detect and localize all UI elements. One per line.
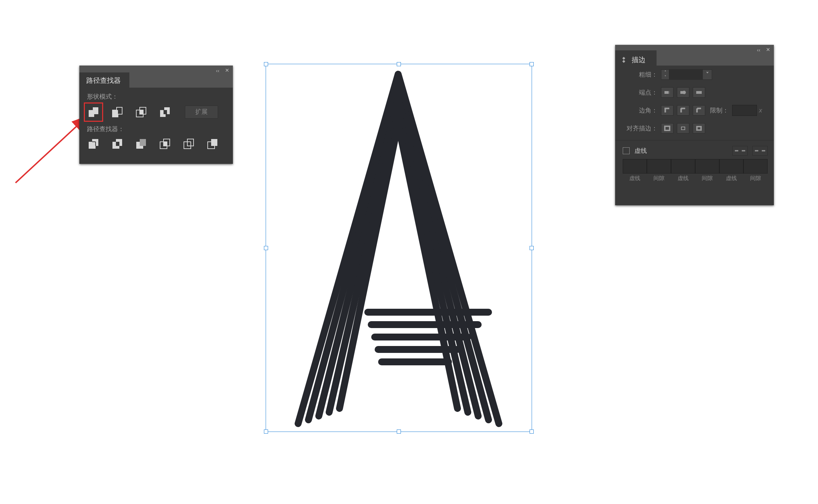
cap-proj-icon[interactable] <box>693 87 705 98</box>
join-round-icon[interactable] <box>677 105 689 116</box>
pathfinder-tab[interactable]: 路径查找器 <box>79 72 129 88</box>
pathfinders-row <box>79 133 233 151</box>
stroke-weight-row: 粗细： ˄˅ ˅ <box>615 66 774 83</box>
minus-back-icon[interactable] <box>207 138 218 150</box>
svg-rect-22 <box>664 91 669 94</box>
svg-rect-23 <box>669 91 670 94</box>
align-inside-icon[interactable] <box>677 123 689 134</box>
gap-1-input[interactable] <box>647 159 671 174</box>
dash-2-input[interactable] <box>671 159 695 174</box>
stroke-align-row: 对齐描边： <box>615 119 774 137</box>
align-outside-icon[interactable] <box>693 123 705 134</box>
weight-dropdown-icon[interactable]: ˅ <box>703 69 712 80</box>
shape-modes-label: 形状模式： <box>79 88 233 101</box>
dash-1-input[interactable] <box>623 159 647 174</box>
svg-rect-26 <box>696 91 702 94</box>
trim-icon[interactable] <box>111 138 123 150</box>
align-label: 对齐描边： <box>625 124 661 132</box>
panel-close-icon[interactable]: ✕ <box>225 67 229 73</box>
stroke-cap-row: 端点： <box>615 83 774 101</box>
stroke-panel[interactable]: ‹‹ ✕ 描边 粗细： ˄˅ ˅ 端点： 边角 <box>615 45 774 205</box>
outline-icon[interactable] <box>183 138 195 150</box>
limit-unit: x <box>759 107 762 114</box>
dashed-checkbox[interactable] <box>623 147 630 154</box>
svg-rect-1 <box>112 110 118 117</box>
pathfinder-panel[interactable]: ‹‹ ✕ 路径查找器 形状模式： 扩展 路径查找器： <box>79 66 233 164</box>
exclude-icon[interactable] <box>159 106 171 118</box>
dash-pattern-labels: 虚线 间隙 虚线 间隙 虚线 间隙 <box>615 174 774 182</box>
pathfinders-label: 路径查找器： <box>79 120 233 133</box>
dash-align-exact-icon[interactable] <box>732 146 748 156</box>
limit-label: 限制： <box>710 106 729 115</box>
svg-rect-5 <box>164 110 167 114</box>
dash-align-corner-icon[interactable] <box>752 146 768 156</box>
miter-limit-input[interactable] <box>732 105 757 116</box>
panel-collapse-icon[interactable]: ‹‹ <box>757 47 760 53</box>
svg-rect-12 <box>116 142 119 146</box>
cap-label: 端点： <box>625 88 661 97</box>
dashed-label: 虚线 <box>634 147 647 155</box>
svg-rect-4 <box>140 110 143 114</box>
intersect-icon[interactable] <box>135 106 147 118</box>
svg-rect-14 <box>140 139 146 146</box>
expand-button: 扩展 <box>185 106 218 119</box>
minus-front-icon[interactable] <box>111 106 123 118</box>
stroke-corner-row: 边角： 限制： x <box>615 101 774 119</box>
panel-collapse-icon[interactable]: ‹‹ <box>216 68 219 73</box>
dash-pattern-inputs <box>615 157 774 174</box>
corner-label: 边角： <box>625 106 661 115</box>
svg-rect-27 <box>665 126 670 130</box>
weight-field[interactable]: ˄˅ ˅ <box>661 69 712 80</box>
weight-spinner[interactable]: ˄˅ <box>661 69 669 80</box>
align-center-icon[interactable] <box>661 123 673 134</box>
unite-icon[interactable] <box>87 106 100 119</box>
divide-icon[interactable] <box>88 138 99 150</box>
cap-butt-icon[interactable] <box>661 87 673 98</box>
svg-rect-29 <box>682 127 684 129</box>
panel-grip-icon <box>622 57 625 62</box>
weight-label: 粗细： <box>625 70 661 79</box>
dash-3-input[interactable] <box>719 159 743 174</box>
svg-point-25 <box>682 91 686 94</box>
svg-rect-17 <box>164 142 167 146</box>
dashed-line-row: 虚线 <box>615 142 774 157</box>
gap-3-input[interactable] <box>743 159 768 174</box>
shape-modes-row: 扩展 <box>79 101 233 120</box>
svg-rect-31 <box>698 127 700 129</box>
merge-icon[interactable] <box>135 138 147 150</box>
weight-input[interactable] <box>669 69 703 80</box>
stroke-tab[interactable]: 描边 <box>615 50 657 66</box>
join-bevel-icon[interactable] <box>693 105 705 116</box>
artwork-letter-a[interactable] <box>266 64 531 431</box>
crop-icon[interactable] <box>159 138 171 150</box>
join-miter-icon[interactable] <box>661 105 673 116</box>
panel-close-icon[interactable]: ✕ <box>766 47 770 53</box>
gap-2-input[interactable] <box>695 159 719 174</box>
cap-round-icon[interactable] <box>677 87 689 98</box>
